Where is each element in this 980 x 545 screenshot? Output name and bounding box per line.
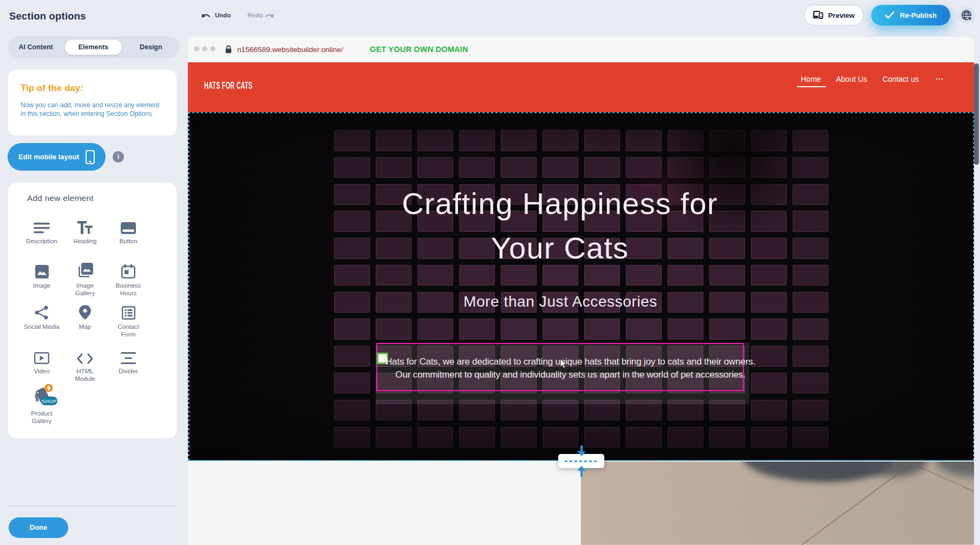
svg-text:SHOP: SHOP xyxy=(42,398,57,404)
